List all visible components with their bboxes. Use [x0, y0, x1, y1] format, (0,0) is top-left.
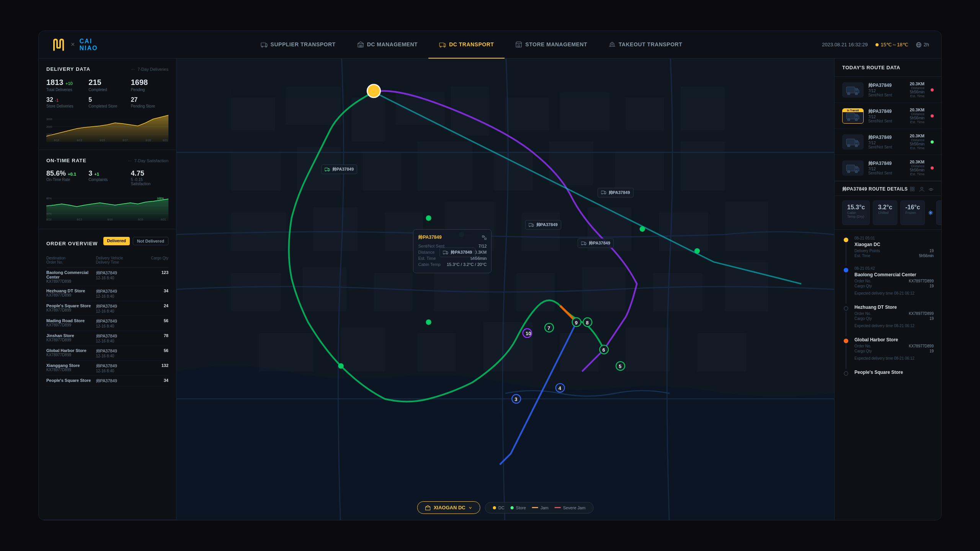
- timeline-sub2-2: Cargo Qty 19: [854, 316, 934, 321]
- legend-dc-label: DC: [498, 505, 505, 510]
- svg-rect-45: [560, 92, 609, 130]
- datetime-display: 2023.08.21 16:32:29: [822, 42, 867, 47]
- dc-button[interactable]: XIAOGAN DC: [417, 501, 480, 514]
- svg-point-145: [848, 171, 849, 172]
- truck-label-3[interactable]: 帅PA37849: [525, 220, 561, 230]
- order-rows: Baolong Commercial Center KX78977D899 帅P…: [46, 268, 168, 386]
- tab-store-management[interactable]: STORE MANAGEMENT: [505, 31, 598, 59]
- order-row[interactable]: Jinshan Store KX78977D899 帅PA37849 12-16…: [46, 331, 168, 346]
- order-row[interactable]: Baolong Commercial Center KX78977D899 帅P…: [46, 268, 168, 286]
- temp-dry-label: Cabin Temp (Dry): [847, 211, 865, 218]
- stat-pending: 1698 Pending: [131, 78, 168, 92]
- timeline-item-0: 08-21 05:01 Xiaogan DC Delivery Points 1…: [842, 236, 934, 266]
- temp-bar: 15.3°c Cabin Temp (Dry) 3.2°c Chilled -1…: [835, 196, 941, 230]
- takeout-icon: [609, 41, 616, 48]
- ontime-rate-section: ON-TIME RATE ··· 7-Day Satisfaction 85.6…: [39, 150, 176, 229]
- order-row[interactable]: Xianggang Store KX78977D899 帅PA37849 12-…: [46, 361, 168, 376]
- temp-frozen-label: Frozen: [905, 211, 920, 215]
- stat-store-label: Store Deliveries: [46, 104, 84, 108]
- route-card[interactable]: In Transit 帅PA37849 7/12 Sent/Not Sent 2…: [835, 103, 941, 129]
- route-card[interactable]: 帅PA37849 7/12 Sent/Not Sent 20.3KM Dista…: [835, 129, 941, 155]
- svg-rect-62: [659, 213, 708, 251]
- dc-button-label: XIAOGAN DC: [434, 505, 466, 510]
- tab-takeout-transport[interactable]: TAKEOUT TRANSPORT: [598, 31, 693, 59]
- tab-supplier-transport[interactable]: SUPPLIER TRANSPORT: [250, 31, 346, 59]
- truck-label-1[interactable]: 帅PA37849: [321, 165, 357, 174]
- temp-dot: [875, 43, 879, 46]
- dc-icon: [425, 505, 431, 510]
- delivery-data-section: DELIVERY DATA ··· 7-Day Deliveries 1813 …: [39, 59, 176, 150]
- route-dist-label-3: Distance: [910, 164, 924, 168]
- svg-point-7: [440, 46, 441, 47]
- stat-pending-val: 1698: [131, 78, 168, 87]
- truck-label-5[interactable]: 帅PA37849: [578, 238, 614, 248]
- delivery-stats-top: 1813 +10 Total Deliveries 215 Completed …: [46, 78, 168, 92]
- svg-text:8: 8: [586, 320, 588, 326]
- svg-rect-72: [259, 333, 314, 372]
- truck-label-2[interactable]: 帅PA37849: [439, 248, 475, 257]
- right-panel: TODAY'S ROUTE DATA 帅PA37849 7/12 Sent/No…: [834, 59, 941, 520]
- svg-point-146: [856, 171, 857, 172]
- tab-delivered[interactable]: Delivered: [103, 237, 130, 245]
- stat-pending-store: 27 Pending Store: [131, 96, 168, 108]
- order-row[interactable]: Hezhuang DT Store KX78977D899 帅PA37849 1…: [46, 286, 168, 301]
- svg-point-128: [856, 93, 857, 94]
- route-truck-icon-0: [842, 82, 864, 98]
- cargo-qty-box: 304 Cargo Quantity: [936, 201, 941, 225]
- svg-rect-4: [359, 45, 361, 47]
- eye-icon[interactable]: [928, 187, 934, 192]
- route-card[interactable]: 帅PA37849 7/12 Sent/Not Sent 20.3KM Dista…: [835, 77, 941, 103]
- timeline-sub-2: Order No. KX78977D899: [854, 311, 934, 316]
- store-icon: [515, 41, 522, 48]
- tab-not-delivered[interactable]: Not Delivered: [133, 237, 168, 245]
- svg-rect-122: [426, 507, 430, 510]
- grid-icon[interactable]: [910, 187, 915, 192]
- svg-point-140: [856, 145, 857, 146]
- truck-icon-0: [846, 85, 860, 95]
- truck-label-icon-3: [529, 223, 534, 227]
- person-icon[interactable]: [919, 187, 924, 192]
- stat-completed-store: 5 Completed Store: [88, 96, 126, 108]
- svg-rect-39: [231, 98, 275, 130]
- svg-text:8/17: 8/17: [122, 139, 128, 142]
- svg-point-101: [426, 320, 431, 325]
- route-details-actions: [910, 187, 934, 192]
- expected-1: Expected delivery time 08-21 06:12: [854, 291, 934, 295]
- order-row[interactable]: Mading Road Store KX78977D899 帅PA37849 1…: [46, 316, 168, 331]
- truck-label-4[interactable]: 帅PA37849: [598, 188, 634, 197]
- mcd-logo-icon: [51, 38, 66, 52]
- route-info-3: 帅PA37849 7/12 Sent/Not Sent: [868, 160, 905, 175]
- map-area[interactable]: 9 8 7 6 5 4 3 10 10: [176, 59, 834, 520]
- svg-point-103: [640, 226, 645, 231]
- delivery-chart: 1000 2000 3000 8/10 8/13 8/15 8/17 8/19 …: [46, 111, 168, 142]
- route-time-label-1: Est. Time: [910, 120, 924, 124]
- svg-point-121: [585, 245, 585, 245]
- truck-icon-3: [846, 163, 860, 173]
- temp-chilled-label: Chilled: [878, 211, 892, 215]
- timeline-line-col-2: [842, 305, 850, 337]
- legend-jam-dot: [532, 507, 538, 508]
- temp-frozen: -16°c Frozen: [900, 201, 925, 225]
- stat-ps-val: 27: [131, 96, 168, 103]
- main-container: × CAI NIAO SUPPLIER TRANSPORT: [38, 31, 942, 520]
- route-time-1: 5h56min: [910, 116, 924, 120]
- route-truck-icon-3: [842, 160, 864, 176]
- tab-dc-management[interactable]: DC MANAGEMENT: [346, 31, 429, 59]
- svg-rect-46: [626, 98, 664, 130]
- timeline-line-col-0: [842, 236, 850, 266]
- popup-expand-icon[interactable]: [482, 235, 487, 240]
- svg-text:8/21: 8/21: [163, 139, 168, 142]
- order-row[interactable]: People's Square Store KX78977D899 帅PA378…: [46, 301, 168, 316]
- truck-3-label: 帅PA37849: [536, 222, 558, 228]
- order-row[interactable]: Global Harbor Store KX78977D899 帅PA37849…: [46, 346, 168, 361]
- route-card[interactable]: 帅PA37849 7/12 Sent/Not Sent 20.3KM Dista…: [835, 155, 941, 181]
- route-time-3: 5h56min: [910, 168, 924, 172]
- tab-dc-transport[interactable]: DC TRANSPORT: [428, 31, 505, 59]
- svg-rect-124: [855, 89, 858, 91]
- route-status-dot-1: [931, 114, 934, 117]
- timeline-content-1: 08-21 05:42 Baolong Commercial Center Or…: [854, 266, 934, 305]
- svg-point-104: [694, 248, 700, 254]
- timeline-content-4: People's Square Store: [854, 370, 934, 384]
- order-row[interactable]: People's Square Store 帅PA37849 34: [46, 376, 168, 386]
- route-sent-1: Sent/Not Sent: [868, 119, 905, 123]
